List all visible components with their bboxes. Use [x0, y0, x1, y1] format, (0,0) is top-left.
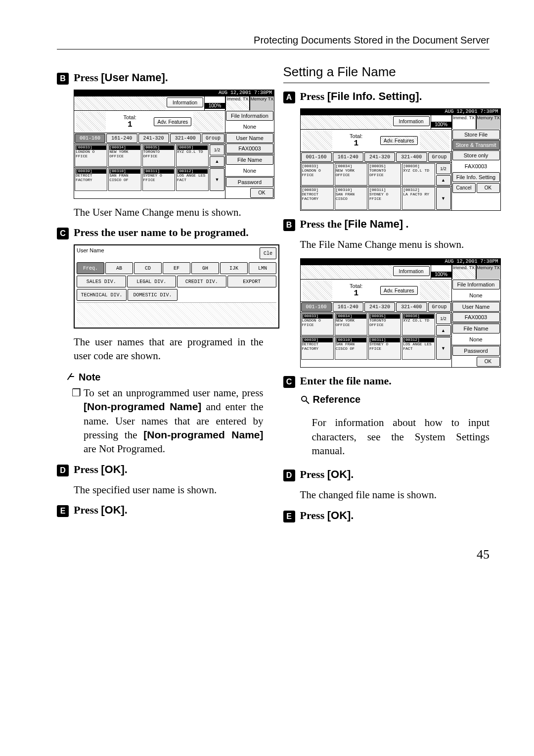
name-tab[interactable]: CD [134, 262, 162, 274]
name-tab[interactable]: EF [163, 262, 190, 274]
information-button[interactable]: Information [393, 266, 430, 276]
address-slot[interactable]: [00311]SYDNEY O FFICE [368, 187, 401, 210]
information-button[interactable]: Information [167, 97, 203, 107]
password-button[interactable]: Password [452, 346, 500, 356]
user-name-item[interactable]: LEGAL DIV. [127, 276, 177, 287]
user-name-item[interactable]: EXPORT [227, 276, 277, 287]
address-slot[interactable]: [00039]DETROIT FACTORY [301, 187, 334, 210]
memory-tx-button[interactable]: Memory TX [477, 265, 500, 279]
address-slot[interactable]: [00310]SAN FRAN CISCO OF [108, 168, 141, 191]
store-transmit-button[interactable]: Store & Transmit [452, 140, 500, 150]
store-file-button[interactable]: Store File [452, 130, 500, 140]
step-number-d: D [57, 465, 69, 476]
step-number-c: C [283, 376, 295, 388]
address-slot[interactable]: [00034]NEW YORK OFFICE [335, 163, 367, 186]
group-button[interactable]: Group [202, 134, 224, 143]
immed-tx-button[interactable]: Immed. TX [226, 96, 249, 110]
page-up-button[interactable]: ▲ [436, 325, 451, 336]
range-button[interactable]: 241-320 [364, 152, 395, 162]
reference-text: For information about how to input chara… [312, 416, 490, 458]
range-button[interactable]: 321-400 [396, 302, 427, 312]
range-button[interactable]: 001-160 [301, 152, 332, 162]
range-button[interactable]: 241-320 [138, 134, 169, 143]
page-up-button[interactable]: ▲ [436, 175, 451, 186]
address-slot[interactable]: [00311]SYDNEY O FFICE [368, 337, 401, 360]
file-information-button[interactable]: File Information [226, 111, 273, 121]
name-tab[interactable]: IJK [220, 262, 248, 274]
memory-tx-button[interactable]: Memory TX [250, 96, 274, 110]
user-name-item[interactable]: TECHNICAL DIV. [77, 289, 127, 301]
address-slot[interactable]: [00311]SYDNEY O FFICE [142, 168, 175, 191]
address-slot[interactable]: [00036]XYZ CO.L TD [402, 163, 435, 186]
immed-tx-button[interactable]: Immed. TX [452, 115, 476, 129]
ok-button[interactable]: OK [250, 188, 273, 198]
address-slot[interactable]: [00033]LONDON O FFICE [75, 144, 107, 167]
range-button[interactable]: 321-400 [396, 152, 427, 162]
file-name-button[interactable]: File Name [226, 155, 273, 165]
password-button[interactable]: Password [226, 177, 273, 187]
user-name-value-button[interactable]: FAX0003 [226, 143, 273, 153]
page-down-button[interactable]: ▼ [436, 187, 451, 210]
step-e-text: Press [OK]. [74, 504, 128, 517]
range-button[interactable]: 161-240 [333, 152, 363, 162]
address-slot[interactable]: [00312]LOS ANGE LES FACT [176, 168, 209, 191]
address-slot[interactable]: [00033]LONDON O FFICE [301, 313, 334, 335]
file-value: FAX0003 [452, 161, 500, 172]
address-slot[interactable]: [00035]TORONTO OFFICE [368, 163, 401, 186]
address-slot[interactable]: [00312]LA FACTO RY [402, 187, 435, 210]
file-name-value: None [225, 165, 274, 176]
cancel-button[interactable]: Cancel [452, 183, 476, 193]
address-slot[interactable]: [00035]TORONTO OFFICE [368, 313, 401, 335]
page-indicator: 1/2 [436, 163, 451, 174]
step-c-text: Press the user name to be programed. [74, 226, 249, 239]
range-button[interactable]: 161-240 [106, 134, 137, 143]
user-name-value-button[interactable]: FAX0003 [452, 312, 500, 322]
address-slot[interactable]: [00036]XYZ CO.L TD [176, 144, 209, 167]
address-slot[interactable]: [00039]DETROIT FACTORY [75, 168, 107, 191]
range-button[interactable]: 161-240 [333, 302, 363, 312]
address-slot[interactable]: [00034]NEW YORK OFFICE [335, 313, 367, 335]
cle-button[interactable]: Cle [260, 247, 276, 259]
range-button[interactable]: 241-320 [364, 302, 395, 312]
step-number-c: C [57, 228, 69, 239]
page-down-button[interactable]: ▼ [436, 337, 451, 360]
store-only-button[interactable]: Store only [452, 150, 500, 160]
name-tab[interactable]: LMN [249, 262, 276, 274]
step-b-text: Press [User Name]. [74, 71, 168, 84]
range-button[interactable]: 321-400 [170, 134, 201, 143]
address-slot[interactable]: [00033]LONDON O FFICE [301, 163, 334, 186]
user-name-button[interactable]: User Name [226, 133, 273, 143]
range-button[interactable]: 001-160 [301, 302, 332, 312]
address-slot[interactable]: [00310]SAN FRAN CISCO OF [335, 337, 367, 360]
ok-button[interactable]: OK [477, 357, 500, 367]
user-name-table-title: User Name [77, 247, 104, 259]
address-slot[interactable]: [00036]XYZ CO.L TD [402, 313, 435, 335]
memory-tx-button[interactable]: Memory TX [477, 115, 500, 129]
adv-features-button[interactable]: Adv. Features [154, 117, 191, 126]
page-up-button[interactable]: ▲ [210, 156, 224, 167]
address-slot[interactable]: [00035]TORONTO OFFICE [142, 144, 175, 167]
file-info-setting-button[interactable]: File Info. Setting [452, 172, 500, 182]
adv-features-button[interactable]: Adv. Features [380, 286, 418, 295]
page-down-button[interactable]: ▼ [210, 168, 224, 191]
user-name-item[interactable]: SALES DIV. [77, 276, 126, 287]
page-indicator: 1/2 [436, 313, 451, 324]
group-button[interactable]: Group [428, 152, 451, 162]
name-tab[interactable]: Freq. [77, 262, 104, 274]
address-slot[interactable]: [00039]DETROIT FACTORY [301, 337, 334, 360]
user-name-item[interactable]: DOMESTIC DIV. [128, 289, 178, 301]
range-button[interactable]: 001-160 [75, 134, 105, 143]
address-slot[interactable]: [00310]SAN FRAN CISCO [335, 187, 367, 210]
name-tab[interactable]: GH [191, 262, 219, 274]
information-button[interactable]: Information [393, 116, 430, 126]
name-tab[interactable]: AB [105, 262, 133, 274]
address-slot[interactable]: [00312]LOS ANGE LES FACT [402, 337, 435, 360]
file-name-button[interactable]: File Name [452, 324, 500, 333]
file-information-button[interactable]: File Information [452, 280, 500, 289]
ok-button[interactable]: OK [477, 183, 500, 193]
immed-tx-button[interactable]: Immed. TX [452, 265, 476, 279]
user-name-button[interactable]: User Name [452, 302, 500, 312]
group-button[interactable]: Group [428, 302, 451, 312]
user-name-item[interactable]: CREDIT DIV. [177, 276, 226, 287]
address-slot[interactable]: [00034]NEW YORK OFFICE [108, 144, 141, 167]
